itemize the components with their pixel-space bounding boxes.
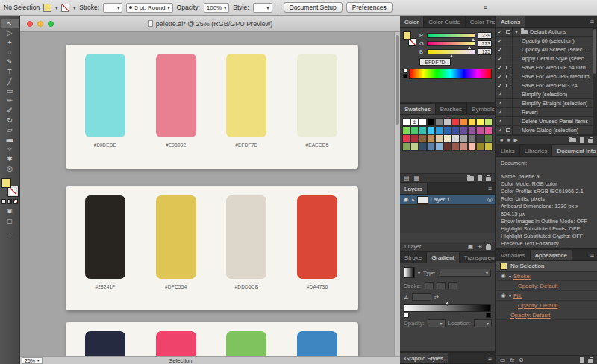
screen-mode-icon[interactable]: ▢ bbox=[7, 218, 13, 225]
swatch-cell[interactable] bbox=[451, 142, 460, 151]
green-slider[interactable] bbox=[427, 41, 475, 46]
tab-stroke[interactable]: Stroke bbox=[400, 252, 427, 263]
swatch-cell[interactable] bbox=[468, 134, 476, 142]
red-value-field[interactable]: 239 bbox=[478, 32, 492, 39]
swatch-registration[interactable]: ⊕ bbox=[410, 118, 419, 126]
color-card-swatch[interactable] bbox=[156, 195, 196, 279]
black-swatch[interactable] bbox=[403, 74, 407, 78]
color-card[interactable]: #DDD6CB bbox=[226, 195, 266, 289]
color-card-swatch[interactable] bbox=[297, 195, 337, 279]
color-card-swatch[interactable] bbox=[297, 54, 337, 137]
tab-graphic-styles[interactable]: Graphic Styles bbox=[400, 353, 448, 363]
swatch-cell[interactable] bbox=[435, 142, 443, 151]
chevron-down-icon[interactable]: ▾ bbox=[418, 270, 420, 275]
preferences-button[interactable]: Preferences bbox=[346, 2, 393, 13]
tab-appearance[interactable]: Appearance bbox=[531, 250, 572, 260]
color-card-swatch[interactable] bbox=[85, 195, 125, 279]
new-swatch-icon[interactable] bbox=[478, 175, 482, 181]
red-slider[interactable] bbox=[427, 33, 475, 38]
tab-color[interactable]: Color bbox=[400, 16, 424, 27]
tab-swatches[interactable]: Swatches bbox=[400, 104, 436, 114]
action-dialog-toggle[interactable] bbox=[504, 46, 513, 54]
stroke-gradient-across-button[interactable] bbox=[448, 282, 457, 289]
swatch-cell[interactable] bbox=[410, 126, 419, 134]
appearance-opacity-row[interactable]: Opacity: Default bbox=[496, 281, 597, 291]
swatch-cell[interactable] bbox=[476, 134, 484, 142]
swatch-cell[interactable] bbox=[468, 126, 476, 134]
swatch-none[interactable] bbox=[402, 118, 410, 126]
swatch-cell[interactable] bbox=[402, 142, 410, 151]
swatch-kinds-icon[interactable]: ▦ bbox=[414, 175, 420, 181]
appearance-opacity-row[interactable]: Opacity: Default bbox=[496, 301, 597, 310]
layer-thumbnail[interactable] bbox=[417, 196, 428, 204]
swatch-libraries-icon[interactable]: ▤ bbox=[404, 175, 410, 181]
action-dialog-toggle[interactable] bbox=[504, 54, 513, 63]
opacity-attribute-link[interactable]: Opacity: Default bbox=[500, 302, 557, 309]
pen-tool[interactable]: ✎ bbox=[1, 57, 19, 67]
color-card[interactable]: #28241F bbox=[85, 195, 125, 289]
action-row[interactable]: ✓ Opacity 40 Screen (selec... bbox=[496, 46, 597, 54]
stroke-gradient-along-button[interactable] bbox=[437, 282, 446, 289]
swatch-cell[interactable] bbox=[402, 134, 410, 142]
slider-thumb[interactable] bbox=[450, 54, 453, 57]
none-button[interactable] bbox=[13, 199, 18, 204]
new-color-group-icon[interactable] bbox=[467, 176, 474, 181]
blue-slider[interactable] bbox=[427, 49, 475, 54]
swatch-cell[interactable] bbox=[460, 118, 468, 126]
delete-layer-icon[interactable] bbox=[486, 244, 491, 250]
eyedropper-tool[interactable]: ✧ bbox=[1, 145, 19, 154]
swatch-cell[interactable] bbox=[476, 126, 484, 134]
swatch-cell[interactable] bbox=[427, 118, 435, 126]
action-checkbox[interactable]: ✓ bbox=[496, 72, 504, 81]
color-card[interactable] bbox=[85, 331, 125, 356]
appearance-stroke-row[interactable]: ◉ ▾ Stroke: bbox=[496, 272, 597, 281]
gradient-angle-field[interactable] bbox=[412, 293, 431, 301]
swatch-cell[interactable] bbox=[410, 134, 419, 142]
effects-icon[interactable]: fx bbox=[510, 357, 514, 363]
swatch-cell[interactable] bbox=[468, 118, 476, 126]
color-card-swatch[interactable] bbox=[226, 54, 266, 137]
action-dialog-toggle[interactable] bbox=[504, 37, 513, 45]
color-card[interactable]: #E98092 bbox=[156, 54, 196, 148]
style-dropdown[interactable]: ▾ bbox=[253, 3, 272, 13]
layer-target-icon[interactable]: ◎ bbox=[487, 196, 493, 203]
stroke-dropdown-arrow-icon[interactable]: ▾ bbox=[73, 5, 75, 10]
selection-tool[interactable]: ↖ bbox=[1, 19, 19, 28]
stroke-weight-dropdown[interactable]: ▾ bbox=[103, 3, 122, 13]
control-bar-menu-icon[interactable]: ≡ bbox=[484, 4, 487, 11]
tab-document-info[interactable]: Document Info bbox=[552, 145, 597, 156]
tab-color-themes[interactable]: Color Themes bbox=[466, 16, 495, 27]
brush-definition-dropdown[interactable]: 5 pt. Round ▾ bbox=[126, 3, 172, 13]
opacity-attribute-link[interactable]: Opacity: Default bbox=[500, 312, 550, 318]
swatch-cell[interactable] bbox=[443, 142, 451, 151]
panel-menu-icon[interactable]: ≡ bbox=[587, 250, 597, 260]
color-card-swatch[interactable] bbox=[85, 54, 125, 137]
swatch-cell[interactable] bbox=[460, 142, 468, 151]
swatch-cell[interactable] bbox=[451, 134, 460, 142]
opacity-dropdown[interactable]: 100% ▾ bbox=[204, 3, 229, 13]
action-checkbox[interactable]: ✓ bbox=[496, 108, 504, 116]
color-card[interactable]: #DFC554 bbox=[156, 195, 196, 289]
toolbar-overflow-icon[interactable]: … bbox=[7, 228, 13, 235]
scrollbar-thumb[interactable] bbox=[593, 29, 596, 74]
appearance-fill-row[interactable]: ◉ ▾ Fill: bbox=[496, 291, 597, 301]
color-card-swatch[interactable] bbox=[85, 331, 125, 356]
swatch-cell[interactable] bbox=[435, 134, 443, 142]
color-card-swatch[interactable] bbox=[226, 195, 266, 279]
gradient-slider[interactable] bbox=[404, 304, 491, 312]
new-layer-icon[interactable]: ⊞ bbox=[477, 243, 482, 250]
action-row[interactable]: ✓ Simplify Straight (selection) bbox=[496, 99, 597, 108]
action-checkbox[interactable]: ✓ bbox=[496, 126, 504, 134]
tab-gradient[interactable]: Gradient bbox=[427, 252, 460, 263]
action-checkbox[interactable]: ✓ bbox=[496, 117, 504, 125]
hex-value-field[interactable]: EFDF7D bbox=[419, 58, 451, 66]
panel-menu-icon[interactable]: ≡ bbox=[485, 183, 495, 194]
tab-color-guide[interactable]: Color Guide bbox=[424, 16, 466, 27]
action-row[interactable]: ✓ Simplify (selection) bbox=[496, 90, 597, 99]
magic-wand-tool[interactable]: ✦ bbox=[1, 38, 19, 48]
fill-dropdown-arrow-icon[interactable]: ▾ bbox=[55, 5, 57, 10]
stroke-color-swatch[interactable] bbox=[61, 4, 69, 12]
zoom-dropdown[interactable]: 25% ▾ bbox=[22, 357, 43, 364]
action-checkbox[interactable]: ✓ bbox=[496, 63, 504, 72]
visibility-eye-icon[interactable]: ◉ bbox=[402, 196, 410, 203]
